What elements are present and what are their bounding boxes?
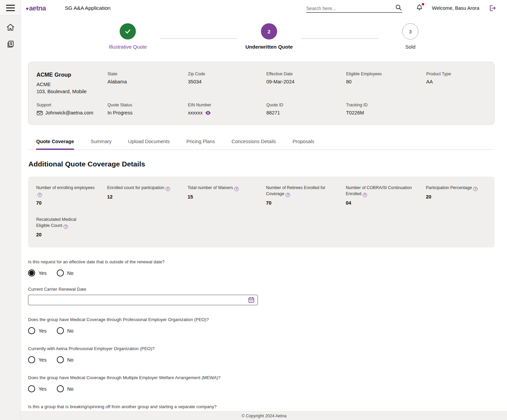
tab-pricing-plans[interactable]: Pricing Plans bbox=[186, 139, 215, 149]
group-identity: ACME Group ACME 103, Boulevard, Mobile bbox=[37, 72, 107, 95]
notification-dot bbox=[422, 3, 424, 5]
group-address-line1: ACME bbox=[37, 81, 107, 88]
coverage-field-retirees: Number of Retirees Enrolled for Coverage… bbox=[266, 185, 346, 206]
svg-text:$: $ bbox=[10, 42, 12, 46]
copyright-text: © Copyright 2024 Aetna bbox=[242, 414, 287, 418]
field-ein-number: EIN Number xxxxxx bbox=[188, 103, 266, 115]
calendar-icon[interactable] bbox=[248, 296, 255, 304]
help-icon[interactable]: ? bbox=[286, 193, 290, 197]
tab-summary[interactable]: Summary bbox=[91, 139, 112, 149]
radio-no[interactable] bbox=[57, 269, 64, 277]
billing-icon[interactable]: $ bbox=[5, 39, 16, 50]
ein-masked-value: xxxxxx bbox=[188, 110, 203, 115]
logout-icon[interactable] bbox=[488, 4, 496, 12]
sidebar: $ bbox=[0, 0, 21, 420]
radio-yes[interactable] bbox=[28, 269, 35, 277]
field-zip-code: Zip Code 35034 bbox=[188, 72, 266, 95]
top-bar: ♥ aetna SG A&A Application Welcome, Basu… bbox=[21, 0, 507, 16]
search-input[interactable] bbox=[306, 6, 395, 11]
tab-concessions-details[interactable]: Concessions Details bbox=[232, 139, 276, 149]
step-label: Underwritten Quote bbox=[245, 44, 293, 50]
tab-quote-coverage[interactable]: Quote Coverage bbox=[36, 139, 74, 150]
radio-yes[interactable] bbox=[28, 385, 35, 392]
notifications-bell-icon[interactable] bbox=[416, 4, 423, 12]
support-email: Johnwick@aetna.com bbox=[45, 110, 93, 115]
aetna-logo: ♥ aetna bbox=[26, 4, 46, 12]
eye-icon[interactable] bbox=[205, 111, 211, 115]
main-content: Illustrative Quote 2 Underwritten Quote … bbox=[21, 16, 507, 411]
question-renewal-date: Is this request for an effective date th… bbox=[28, 259, 494, 277]
field-tracking-id: Tracking ID T0226M bbox=[346, 103, 426, 115]
question-aetna-peo: Currently with Aetna Professional Employ… bbox=[28, 346, 494, 363]
question-mewa-coverage: Does the group have Medical Coverage thr… bbox=[28, 375, 494, 392]
field-quote-status: Quote Status In Progress bbox=[107, 103, 188, 115]
menu-icon[interactable] bbox=[0, 0, 21, 16]
check-icon bbox=[124, 27, 132, 35]
field-state: State Alabama bbox=[107, 72, 188, 95]
home-icon[interactable] bbox=[5, 22, 16, 33]
step-label: Illustrative Quote bbox=[109, 44, 147, 50]
stepper-connector bbox=[301, 38, 378, 39]
questions-form: Is this request for an effective date th… bbox=[28, 259, 494, 411]
radio-no[interactable] bbox=[57, 356, 64, 363]
group-address-line2: 103, Boulevard, Mobile bbox=[37, 88, 107, 95]
field-effective-date: Effective Date 09-Mar-2024 bbox=[266, 72, 346, 95]
question-spinoff-group: Is this a group that is breaking/spinnin… bbox=[28, 404, 494, 411]
coverage-field-recalculated-medical: Recalculated Medical Eligible Count? 20 bbox=[36, 216, 107, 237]
tab-proposals[interactable]: Proposals bbox=[292, 139, 314, 149]
help-icon[interactable]: ? bbox=[473, 187, 478, 191]
welcome-text: Welcome, Basu Arora bbox=[432, 5, 479, 11]
coverage-field-enrolling-employees: Number of enrolling employees? 70 bbox=[36, 185, 107, 206]
field-support: Support Johnwick@aetna.com bbox=[37, 103, 107, 115]
coverage-field-waivers: Total number of Waivers? 15 bbox=[188, 185, 266, 206]
coverage-field-cobra: Number of COBRA/St Continuation Enrolled… bbox=[346, 185, 426, 206]
progress-stepper: Illustrative Quote 2 Underwritten Quote … bbox=[21, 23, 507, 50]
help-icon[interactable]: ? bbox=[166, 187, 170, 191]
step-active-circle: 2 bbox=[261, 23, 277, 40]
field-eligible-employees: Eligible Employees 80 bbox=[346, 72, 426, 95]
group-name: ACME Group bbox=[37, 72, 107, 78]
field-quote-id: Quote ID 88271 bbox=[266, 103, 346, 115]
section-title: Additional Quote Coverage Details bbox=[28, 160, 494, 168]
renewal-date-input[interactable] bbox=[32, 297, 248, 303]
envelope-icon bbox=[37, 110, 43, 115]
help-icon[interactable]: ? bbox=[234, 187, 239, 191]
quote-status-value: In Progress bbox=[107, 110, 188, 115]
coverage-field-participation-percentage: Participation Percentage? 20 bbox=[426, 185, 494, 206]
search-box bbox=[306, 4, 402, 13]
search-icon[interactable] bbox=[395, 4, 402, 11]
app-title: SG A&A Application bbox=[65, 5, 111, 11]
step-completed-circle bbox=[120, 23, 136, 40]
step-label: Sold bbox=[405, 44, 415, 50]
step-upcoming-circle: 3 bbox=[402, 23, 418, 40]
radio-yes[interactable] bbox=[28, 356, 35, 363]
tab-bar: Quote Coverage Summary Upload Documents … bbox=[28, 139, 494, 150]
coverage-field-enrolled-count: Enrolled count for participation? 12 bbox=[107, 185, 188, 206]
radio-yes[interactable] bbox=[28, 327, 35, 334]
step-underwritten-quote[interactable]: 2 Underwritten Quote bbox=[237, 23, 301, 50]
current-carrier-renewal-date-field: Current Carrier Renewal Date bbox=[28, 287, 494, 305]
field-product-type: Product Type AA bbox=[426, 72, 494, 95]
step-illustrative-quote[interactable]: Illustrative Quote bbox=[96, 23, 160, 50]
brand-text: aetna bbox=[29, 4, 46, 12]
question-peo-coverage: Does the group have Medical Coverage thr… bbox=[28, 317, 494, 334]
radio-no[interactable] bbox=[57, 327, 64, 334]
help-icon[interactable]: ? bbox=[38, 193, 42, 197]
stepper-connector bbox=[160, 38, 237, 39]
step-sold[interactable]: 3 Sold bbox=[378, 23, 442, 50]
heart-icon: ♥ bbox=[26, 6, 29, 11]
radio-no[interactable] bbox=[57, 385, 64, 392]
footer: © Copyright 2024 Aetna bbox=[21, 411, 507, 420]
help-icon[interactable]: ? bbox=[363, 193, 367, 197]
coverage-details-panel: Number of enrolling employees? 70 Enroll… bbox=[28, 177, 494, 247]
group-summary-card: ACME Group ACME 103, Boulevard, Mobile S… bbox=[28, 62, 494, 125]
tab-upload-documents[interactable]: Upload Documents bbox=[128, 139, 170, 149]
help-icon[interactable]: ? bbox=[64, 225, 68, 229]
